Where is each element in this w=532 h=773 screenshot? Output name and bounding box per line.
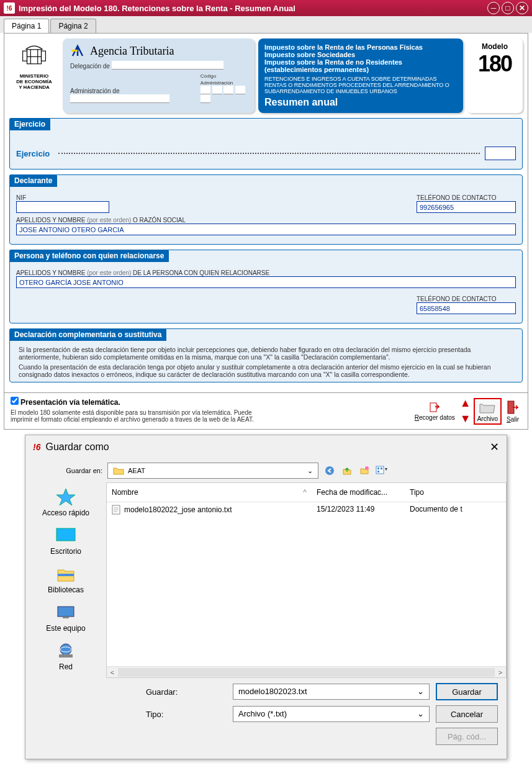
model-box: Modelo 180 (467, 38, 523, 113)
persona-name-label: APELLIDOS Y NOMBRE (por este orden) DE L… (16, 269, 269, 276)
folder-icon (113, 466, 124, 475)
codigo-3[interactable] (223, 86, 233, 94)
place-desktop[interactable]: Escritorio (30, 526, 101, 556)
ejercicio-label: Ejercicio (16, 149, 50, 158)
coat-of-arms-icon (20, 41, 48, 70)
save-dialog: !6 Guardar como ✕ Guardar en: AEAT ⌄ Acc… (25, 435, 507, 759)
telematica-sub: El modelo 180 solamente está disponible … (11, 409, 271, 423)
document-arrow-icon (429, 402, 440, 413)
tab-page-2[interactable]: Página 2 (50, 19, 96, 33)
tab-page-1[interactable]: Página 1 (4, 19, 49, 33)
codigo-4[interactable] (235, 86, 245, 94)
telematica-checkbox-row[interactable]: Presentación vía telemática. (11, 399, 120, 406)
salir-button[interactable]: Salir (504, 399, 521, 424)
form-content: MINISTERIO DE ECONOMÍA Y HACIENDA Agenci… (4, 33, 528, 393)
back-button[interactable] (323, 464, 336, 477)
window-title: Impresión del Modelo 180. Retenciones so… (19, 4, 485, 13)
declarante-tel-input[interactable] (417, 201, 516, 213)
maximize-button[interactable]: □ (502, 2, 514, 14)
recoger-datos-button[interactable]: RRecoger datosecoger datos (412, 400, 458, 422)
place-quick-access[interactable]: Acceso rápido (30, 487, 101, 517)
svg-rect-6 (71, 50, 78, 52)
new-folder-button[interactable] (358, 464, 371, 477)
svg-point-19 (60, 644, 71, 655)
file-list[interactable]: Nombre ^ Fecha de modificac... Tipo mode… (106, 482, 507, 678)
svg-rect-14 (377, 471, 379, 472)
codigo-1[interactable] (201, 86, 210, 94)
tax-description-box: Impuesto sobre la Renta de las Personas … (258, 38, 463, 113)
nav-arrows: ▲ ▼ (460, 397, 471, 425)
chevron-down-icon: ⌄ (307, 467, 313, 475)
comp-text-1: Si la presentación de esta declaración t… (16, 345, 516, 362)
delegacion-label: Delegación de (70, 63, 110, 70)
agency-box: Agencia Tributaria Delegación de Adminis… (63, 38, 255, 113)
places-bar: Acceso rápido Escritorio Bibliotecas Est… (25, 482, 106, 759)
svg-rect-12 (377, 468, 379, 469)
save-button[interactable]: Guardar (436, 683, 498, 700)
admin-label: Administración de (70, 88, 119, 94)
folder-name: AEAT (128, 467, 145, 474)
agency-logo-icon (70, 43, 85, 58)
up-folder-button[interactable] (341, 464, 353, 477)
filetype-combo[interactable]: Archivo (*.txt)⌄ (233, 706, 430, 722)
col-type[interactable]: Tipo (405, 486, 506, 499)
telematica-checkbox[interactable] (11, 397, 19, 405)
dialog-close-button[interactable]: ✕ (490, 440, 499, 454)
place-network[interactable]: Red (30, 641, 101, 671)
scroll-track[interactable] (118, 668, 495, 677)
dialog-title: Guardar como (45, 441, 490, 453)
nav-down-button[interactable]: ▼ (460, 412, 471, 425)
horizontal-scrollbar[interactable]: < > (107, 666, 506, 677)
place-libraries[interactable]: Bibliotecas (30, 564, 101, 594)
nav-up-button[interactable]: ▲ (460, 397, 471, 410)
chevron-down-icon: ⌄ (417, 687, 424, 697)
desktop-icon (55, 526, 77, 545)
app-icon: !6 (4, 2, 15, 14)
folder-combo[interactable]: AEAT ⌄ (107, 463, 318, 479)
tax-sub: RETENCIONES E INGRESOS A CUENTA SOBRE DE… (264, 76, 457, 94)
svg-rect-16 (58, 574, 74, 576)
col-name[interactable]: Nombre ^ (107, 486, 312, 499)
libraries-icon (55, 564, 77, 583)
star-icon (55, 487, 77, 506)
ministry-line-2: DE ECONOMÍA (12, 79, 56, 84)
svg-rect-21 (59, 654, 73, 658)
codigo-5[interactable] (201, 94, 210, 103)
persona-name-input[interactable] (16, 276, 516, 288)
nif-label: NIF (16, 194, 109, 201)
persona-tel-label: TELÉFONO DE CONTACTO (417, 296, 516, 302)
minimize-button[interactable]: ─ (487, 2, 500, 14)
file-list-header: Nombre ^ Fecha de modificac... Tipo (107, 483, 506, 502)
close-button[interactable]: ✕ (516, 2, 528, 14)
titlebar: !6 Impresión del Modelo 180. Retenciones… (0, 0, 532, 16)
col-date[interactable]: Fecha de modificac... (312, 486, 405, 499)
svg-point-10 (365, 466, 369, 470)
telematica-label: Presentación vía telemática. (20, 398, 120, 407)
chevron-down-icon: ⌄ (417, 709, 424, 719)
tax-line-1: Impuesto sobre la Renta de las Personas … (264, 43, 457, 51)
codigo-2[interactable] (212, 86, 222, 94)
text-file-icon (112, 505, 120, 515)
admin-input[interactable] (70, 94, 169, 103)
codigo-label: Código Administración (201, 73, 233, 86)
file-row[interactable]: modelo1802022_jose antonio.txt 15/12/202… (107, 502, 506, 517)
filename-input[interactable]: modelo1802023.txt⌄ (233, 684, 430, 700)
codepage-button[interactable]: Pág. cód... (436, 728, 498, 745)
ministry-line-1: MINISTERIO (12, 73, 56, 79)
page-tabs: Página 1 Página 2 (0, 16, 532, 33)
scroll-right-button[interactable]: > (495, 669, 506, 676)
svg-rect-13 (381, 468, 382, 469)
section-declarante-title: Declarante (9, 174, 57, 187)
delegacion-input[interactable] (112, 61, 223, 70)
persona-tel-input[interactable] (417, 302, 516, 314)
view-menu-button[interactable] (376, 464, 388, 477)
svg-rect-17 (58, 607, 74, 617)
section-persona: Persona y teléfono con quien relacionars… (9, 250, 523, 323)
place-this-pc[interactable]: Este equipo (30, 603, 101, 633)
nif-input[interactable] (16, 201, 109, 213)
declarante-name-input[interactable] (16, 224, 516, 235)
ejercicio-input[interactable] (485, 147, 516, 160)
scroll-left-button[interactable]: < (107, 669, 118, 676)
archivo-button[interactable]: Archivo (474, 398, 502, 425)
cancel-button[interactable]: Cancelar (436, 705, 498, 723)
